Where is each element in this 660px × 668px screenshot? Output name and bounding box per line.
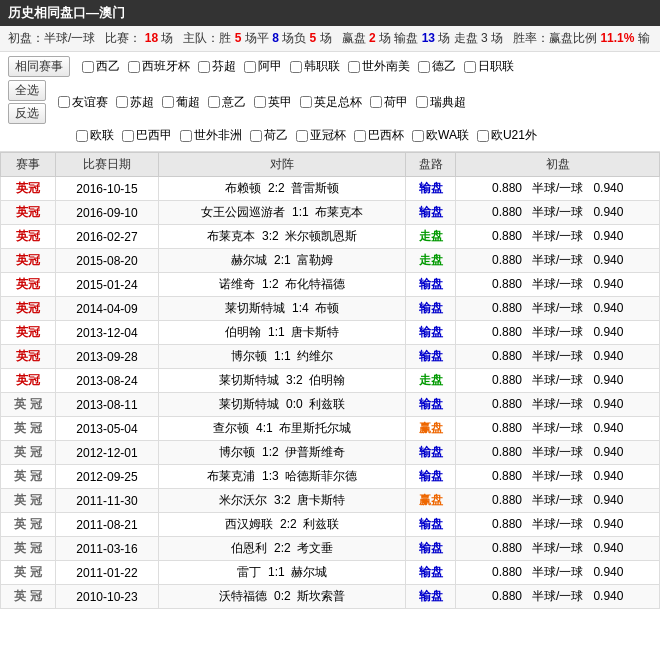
- cell-match: 米尔沃尔 3:2 唐卡斯特: [159, 489, 406, 513]
- checkbox-baxi-bei-input[interactable]: [354, 130, 366, 142]
- cell-pan: 输盘: [406, 393, 456, 417]
- home-label: 主队：胜: [183, 31, 231, 45]
- checkbox-ajia-input[interactable]: [244, 61, 256, 73]
- cell-date: 2011-11-30: [55, 489, 158, 513]
- checkbox-puchao-input[interactable]: [162, 96, 174, 108]
- table-row: 英 冠 2010-10-23 沃特福德 0:2 斯坎索普 输盘 0.880 半球…: [1, 585, 660, 609]
- checkbox-youyi-input[interactable]: [58, 96, 70, 108]
- cell-league: 英 冠: [1, 561, 56, 585]
- checkbox-ruidianchao-input[interactable]: [416, 96, 428, 108]
- checkbox-baxi-jia: 巴西甲: [122, 127, 172, 144]
- cell-pan: 输盘: [406, 297, 456, 321]
- cell-league: 英 冠: [1, 441, 56, 465]
- handicap-val: 0.880: [492, 325, 522, 339]
- inverse-button[interactable]: 反选: [8, 103, 46, 124]
- checkbox-puchao-label: 葡超: [176, 94, 200, 111]
- checkbox-baxi-jia-input[interactable]: [122, 130, 134, 142]
- checkbox-oulian-input[interactable]: [76, 130, 88, 142]
- checkbox-yingzu-input[interactable]: [300, 96, 312, 108]
- cell-date: 2016-09-10: [55, 201, 158, 225]
- checkbox-ouu21-input[interactable]: [477, 130, 489, 142]
- init-handi: 半球/一球: [532, 205, 583, 219]
- checkbox-heyi-input[interactable]: [250, 130, 262, 142]
- checkbox-yingjialia-input[interactable]: [254, 96, 266, 108]
- checkbox-yingzu: 英足总杯: [300, 94, 362, 111]
- handicap-val: 0.880: [492, 349, 522, 363]
- table-header-row: 赛事 比赛日期 对阵 盘路 初盘: [1, 153, 660, 177]
- cell-league: 英冠: [1, 249, 56, 273]
- checkbox-oulian-label: 欧联: [90, 127, 114, 144]
- cell-pan: 赢盘: [406, 489, 456, 513]
- checkbox-xiyi-input[interactable]: [82, 61, 94, 73]
- checkbox-yingzu-label: 英足总杯: [314, 94, 362, 111]
- checkbox-ruidianchao-label: 瑞典超: [430, 94, 466, 111]
- checkbox-yiyi-input[interactable]: [208, 96, 220, 108]
- handicap-val: 0.880: [492, 253, 522, 267]
- col-init: 初盘: [456, 153, 660, 177]
- col-match: 对阵: [159, 153, 406, 177]
- init-handi: 半球/一球: [532, 565, 583, 579]
- checkbox-ya-guan-label: 亚冠杯: [310, 127, 346, 144]
- table-row: 英 冠 2013-05-04 查尔顿 4:1 布里斯托尔城 赢盘 0.880 半…: [1, 417, 660, 441]
- table-row: 英 冠 2013-08-11 莱切斯特城 0:0 利兹联 输盘 0.880 半球…: [1, 393, 660, 417]
- filter-row-1: 相同赛事 西乙 西班牙杯 芬超 阿甲 韩职联 世外南美 德乙: [8, 56, 652, 77]
- checkbox-fenchao: 芬超: [198, 58, 236, 75]
- table-row: 英冠 2013-08-24 莱切斯特城 3:2 伯明翰 走盘 0.880 半球/…: [1, 369, 660, 393]
- cell-league: 英冠: [1, 273, 56, 297]
- cell-date: 2013-05-04: [55, 417, 158, 441]
- cell-match: 莱切斯特城 0:0 利兹联: [159, 393, 406, 417]
- checkbox-rizhi-input[interactable]: [464, 61, 476, 73]
- lose-pan-count: 13: [422, 31, 435, 45]
- cell-init: 0.880 半球/一球 0.940: [456, 489, 660, 513]
- cell-pan: 输盘: [406, 441, 456, 465]
- similar-matches-button[interactable]: 相同赛事: [8, 56, 70, 77]
- cell-init: 0.880 半球/一球 0.940: [456, 297, 660, 321]
- cell-league: 英 冠: [1, 393, 56, 417]
- cell-pan: 输盘: [406, 585, 456, 609]
- cell-league: 英冠: [1, 345, 56, 369]
- checkbox-fenchao-input[interactable]: [198, 61, 210, 73]
- cell-init: 0.880 半球/一球 0.940: [456, 177, 660, 201]
- cell-date: 2010-10-23: [55, 585, 158, 609]
- cell-date: 2013-08-11: [55, 393, 158, 417]
- init-handi: 半球/一球: [532, 421, 583, 435]
- cell-match: 赫尔城 2:1 富勒姆: [159, 249, 406, 273]
- draw-pan-count: 3: [481, 31, 488, 45]
- checkbox-ouwa: 欧WA联: [412, 127, 469, 144]
- draw-unit: 场负: [282, 31, 306, 45]
- checkbox-suchao-input[interactable]: [116, 96, 128, 108]
- cell-match: 雷丁 1:1 赫尔城: [159, 561, 406, 585]
- init-handi: 半球/一球: [532, 397, 583, 411]
- init-val: 0.940: [593, 325, 623, 339]
- cell-pan: 输盘: [406, 561, 456, 585]
- col-pan: 盘路: [406, 153, 456, 177]
- data-table: 赛事 比赛日期 对阵 盘路 初盘 英冠 2016-10-15 布赖顿 2:2 普…: [0, 152, 660, 609]
- init-val: 0.940: [593, 205, 623, 219]
- init-handi: 半球/一球: [532, 445, 583, 459]
- cell-match: 博尔顿 1:1 约维尔: [159, 345, 406, 369]
- checkbox-xibanyaya-input[interactable]: [128, 61, 140, 73]
- checkbox-hejia-input[interactable]: [370, 96, 382, 108]
- checkbox-shiwai-nanmei-input[interactable]: [348, 61, 360, 73]
- checkbox-ya-guan-input[interactable]: [296, 130, 308, 142]
- handicap-val: 0.880: [492, 541, 522, 555]
- all-button[interactable]: 全选: [8, 80, 46, 101]
- checkbox-shiwai-nanmei-label: 世外南美: [362, 58, 410, 75]
- handicap-val: 0.880: [492, 589, 522, 603]
- table-row: 英冠 2015-08-20 赫尔城 2:1 富勒姆 走盘 0.880 半球/一球…: [1, 249, 660, 273]
- checkbox-xiyi: 西乙: [82, 58, 120, 75]
- init-handi: 半球/一球: [532, 349, 583, 363]
- cell-pan: 输盘: [406, 345, 456, 369]
- init-val: 0.940: [593, 349, 623, 363]
- filter-section: 相同赛事 西乙 西班牙杯 芬超 阿甲 韩职联 世外南美 德乙: [0, 52, 660, 152]
- cell-init: 0.880 半球/一球 0.940: [456, 441, 660, 465]
- cell-date: 2011-08-21: [55, 513, 158, 537]
- cell-init: 0.880 半球/一球 0.940: [456, 369, 660, 393]
- checkbox-ouwa-input[interactable]: [412, 130, 424, 142]
- checkbox-shiwai-nanmei: 世外南美: [348, 58, 410, 75]
- init-val: 0.940: [593, 469, 623, 483]
- checkbox-deyi-input[interactable]: [418, 61, 430, 73]
- init-handi: 半球/一球: [532, 589, 583, 603]
- checkbox-hanzhi-input[interactable]: [290, 61, 302, 73]
- checkbox-shiwai-feizhou-input[interactable]: [180, 130, 192, 142]
